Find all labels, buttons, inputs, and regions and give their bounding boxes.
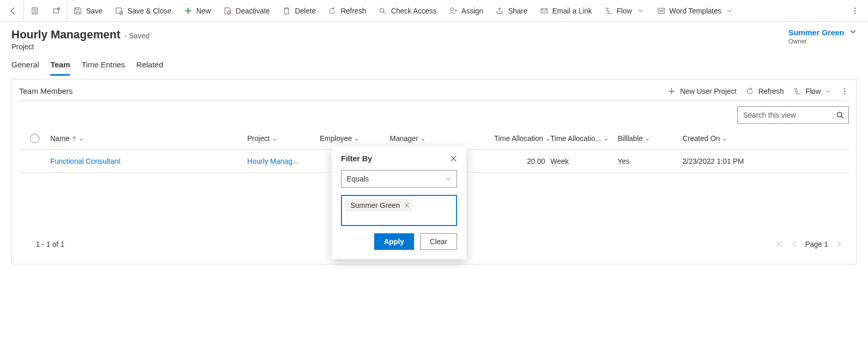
pager: Page 1 (776, 240, 843, 248)
form-tabs: General Team Time Entries Related (0, 51, 868, 76)
svg-point-15 (855, 10, 856, 11)
col-project-label: Project (247, 134, 270, 143)
tab-general[interactable]: General (11, 60, 39, 76)
search-input[interactable]: Search this view (737, 106, 849, 124)
pager-first[interactable] (776, 241, 784, 248)
tab-team[interactable]: Team (50, 60, 70, 76)
chevron-down-icon: ⌄ (420, 135, 425, 142)
record-set-icon (31, 7, 39, 15)
owner-label: Owner (788, 38, 844, 45)
next-page-icon (835, 241, 843, 248)
command-bar-left (2, 0, 67, 21)
col-name-label: Name (50, 134, 69, 143)
share-button[interactable]: Share (489, 0, 533, 22)
plus-icon (184, 7, 192, 15)
check-access-button[interactable]: Check Access (372, 0, 443, 22)
svg-rect-13 (658, 8, 664, 13)
col-created-on-label: Created On (682, 134, 720, 143)
owner-name[interactable]: Summer Green (788, 28, 844, 37)
pager-prev[interactable] (791, 241, 798, 248)
col-employee[interactable]: Employee⌄ (320, 134, 390, 143)
pager-next[interactable] (835, 241, 843, 248)
panel-title: Team Members (19, 87, 73, 95)
close-icon (450, 155, 457, 162)
col-manager[interactable]: Manager⌄ (390, 134, 478, 143)
deactivate-button[interactable]: Deactivate (217, 0, 276, 22)
grid-overflow-button[interactable] (841, 87, 849, 95)
entity-name: Project (11, 43, 150, 51)
new-label: New (196, 7, 211, 15)
svg-point-16 (855, 12, 856, 13)
refresh-button[interactable]: Refresh (322, 0, 372, 22)
command-bar-overflow[interactable] (844, 0, 866, 22)
chevron-down-icon (825, 88, 831, 94)
grid-flow-button[interactable]: Flow (793, 87, 831, 95)
save-close-icon (115, 7, 123, 15)
tab-time-entries[interactable]: Time Entries (81, 60, 125, 76)
svg-point-20 (844, 90, 845, 91)
first-page-icon (776, 241, 784, 248)
back-button[interactable] (2, 0, 24, 22)
delete-button[interactable]: Delete (276, 0, 322, 22)
tab-related[interactable]: Related (136, 60, 163, 76)
grid-refresh-button[interactable]: Refresh (746, 87, 784, 95)
grid-refresh-label: Refresh (758, 87, 784, 95)
word-icon (657, 7, 665, 15)
owner-info: Summer Green Owner (788, 28, 844, 45)
share-label: Share (508, 7, 527, 15)
back-arrow-icon (9, 7, 17, 15)
owner-chevron[interactable] (849, 28, 857, 35)
paging-range: 1 - 1 of 1 (36, 240, 64, 248)
cell-time-allocation-unit: Week (550, 157, 618, 165)
filter-value-input[interactable]: Summer Green (341, 195, 457, 226)
filter-operator-select[interactable]: Equals (341, 170, 457, 188)
filter-operator-value: Equals (347, 175, 369, 183)
select-all-circle-icon (30, 134, 39, 143)
chevron-down-icon: ⌄ (603, 135, 608, 142)
check-access-icon (378, 7, 387, 15)
save-close-label: Save & Close (127, 7, 172, 15)
filter-popup-close[interactable] (450, 155, 457, 162)
form-header: Hourly Management - Saved Project Summer… (0, 22, 868, 51)
cell-name[interactable]: Functional Consultant (50, 157, 247, 165)
filter-tag-remove[interactable] (404, 203, 409, 208)
saved-state: - Saved (124, 32, 149, 40)
more-vertical-icon (851, 7, 859, 15)
email-icon (540, 7, 548, 15)
panel-actions: New User Project Refresh Flow (667, 87, 849, 95)
save-button[interactable]: Save (67, 0, 109, 22)
chevron-down-icon (636, 7, 645, 15)
save-close-button[interactable]: Save & Close (109, 0, 178, 22)
col-project[interactable]: Project⌄ (247, 134, 320, 143)
filter-buttons: Apply Clear (341, 233, 457, 250)
search-placeholder: Search this view (743, 111, 796, 119)
col-created-on[interactable]: Created On⌄ (682, 134, 786, 143)
col-time-allocation-unit[interactable]: Time Allocatio...⌄ (550, 134, 618, 143)
assign-button[interactable]: Assign (443, 0, 489, 22)
apply-button[interactable]: Apply (374, 233, 414, 250)
chevron-down-icon: ⌄ (354, 135, 359, 142)
clear-button[interactable]: Clear (420, 233, 457, 250)
col-time-allocation[interactable]: Time Allocation⌄ (478, 134, 550, 143)
flow-button[interactable]: Flow (598, 0, 651, 22)
popout-button[interactable] (46, 0, 67, 22)
chevron-down-icon (445, 176, 451, 182)
select-all-cell[interactable] (19, 134, 50, 143)
filter-tag-label: Summer Green (350, 201, 400, 209)
new-user-project-label: New User Project (680, 87, 736, 95)
col-name[interactable]: Name ⌄ (50, 134, 247, 143)
svg-point-9 (380, 8, 384, 12)
filter-popup-header: Filter By (341, 154, 457, 163)
more-vertical-icon (841, 87, 849, 95)
svg-point-22 (837, 112, 842, 117)
word-templates-button[interactable]: Word Templates (651, 0, 741, 22)
filter-tag: Summer Green (345, 199, 412, 212)
new-button[interactable]: New (178, 0, 217, 22)
new-user-project-button[interactable]: New User Project (667, 87, 736, 95)
col-billable[interactable]: Billlable⌄ (618, 134, 682, 143)
share-icon (495, 7, 504, 15)
record-set-button[interactable] (24, 0, 46, 22)
email-link-button[interactable]: Email a Link (534, 0, 598, 22)
cell-project[interactable]: Hourly Manag... (247, 157, 320, 165)
cell-time-allocation: 20.00 (478, 157, 550, 165)
